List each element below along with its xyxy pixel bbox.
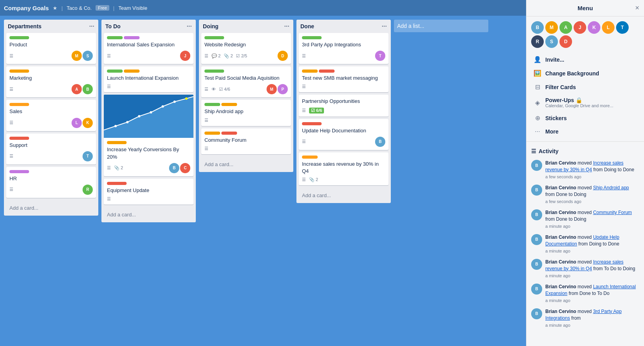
card-label	[107, 182, 127, 185]
star-icon[interactable]: ★	[53, 5, 57, 11]
card-avatars: BC	[169, 163, 190, 173]
card-title: Website Redesign	[204, 41, 288, 48]
card-launch-intl[interactable]: Launch International Expansion☰	[104, 66, 193, 92]
close-icon[interactable]: ×	[635, 4, 639, 12]
card-title: Increase Yearly Conversions By 20%	[107, 146, 190, 160]
card-label	[9, 103, 29, 106]
card-label	[204, 70, 224, 73]
card-title: Ship Android app	[204, 108, 288, 115]
avatar: K	[83, 118, 93, 128]
card-test-paid-social[interactable]: Test Paid Social Media Aquisition☰👁☑ 4/6…	[201, 66, 291, 97]
card-community-forum[interactable]: Community Forum☰	[201, 128, 291, 154]
card-title: Equipment Update	[107, 187, 190, 194]
svg-point-7	[173, 101, 176, 103]
card-product[interactable]: Product☰MS	[6, 33, 96, 64]
avatar: T	[375, 51, 385, 61]
menu-item-icon-invite: 👤	[534, 56, 541, 63]
menu-item-stickers[interactable]: ⊕Stickers	[530, 111, 641, 125]
activity-link[interactable]: Community Forum	[593, 210, 632, 215]
card-avatars: B	[375, 137, 385, 147]
activity-link[interactable]: Ship Android app	[593, 185, 629, 190]
board-title[interactable]: Company Goals	[4, 5, 49, 11]
card-label	[204, 132, 220, 135]
attachment-count: 📎 2	[114, 165, 123, 170]
workspace-name[interactable]: Taco & Co.	[67, 5, 92, 11]
card-title: Sales	[9, 108, 93, 115]
add-card-button[interactable]: Add a card...	[299, 190, 388, 201]
card-label	[204, 103, 220, 106]
add-list-button[interactable]: Add a list...	[394, 20, 488, 32]
add-card-button[interactable]: Add a card...	[6, 203, 96, 213]
menu-item-sub: Calendar, Google Drive and more...	[545, 103, 613, 108]
workspace-badge: Free	[96, 5, 109, 11]
card-footer: ☰📎 2	[302, 177, 385, 182]
card-sales[interactable]: Sales☰LK	[6, 100, 96, 131]
add-card-area: Add a card...	[296, 188, 391, 203]
checklist-count: ☑ 4/6	[219, 87, 230, 92]
card-increase-yearly[interactable]: Increase Yearly Conversions By 20%☰📎 2BC	[104, 95, 193, 176]
menu-avatars: BMAJKLTRSD	[526, 16, 644, 53]
list-title: Departments	[8, 23, 42, 29]
card-3rd-party[interactable]: 3rd Party App Integrations☰T	[299, 33, 388, 64]
card-partnership[interactable]: Partnership Opportunities☰☑ 6/6	[299, 95, 388, 116]
card-meta: ☰	[107, 84, 111, 89]
card-footer: ☰	[204, 118, 288, 123]
add-card-button[interactable]: Add a card...	[104, 209, 193, 220]
card-avatars: MP	[267, 84, 288, 94]
desc-icon: ☰	[302, 177, 306, 182]
card-ship-android[interactable]: Ship Android app☰	[201, 100, 291, 126]
card-labels	[107, 70, 190, 73]
card-footer: ☰	[302, 84, 385, 89]
menu-item-filter[interactable]: ⊟Filter Cards	[530, 80, 641, 94]
menu-header: Menu ×	[526, 0, 644, 16]
menu-item-power-ups[interactable]: ◈Power-Ups 🔒Calendar, Google Drive and m…	[530, 94, 641, 111]
card-footer: ☰T	[9, 151, 93, 161]
list-menu-icon[interactable]: ···	[284, 23, 289, 30]
avatar: R	[83, 185, 93, 195]
card-intl-sales[interactable]: International Sales Expansion☰J	[104, 33, 193, 64]
avatar: B	[531, 234, 542, 245]
list-menu-icon[interactable]: ···	[89, 23, 94, 30]
card-increase-revenue[interactable]: Increase sales revenue by 30% in Q4☰📎 2	[299, 152, 388, 185]
card-test-smb[interactable]: Test new SMB market messaging☰	[299, 66, 388, 92]
card-footer: ☰R	[9, 185, 93, 195]
avatar: B	[531, 259, 542, 270]
activity-text: Brian Cervino moved Ship Android app fro…	[545, 185, 639, 205]
card-update-help[interactable]: Update Help Documentation☰B	[299, 119, 388, 150]
desc-icon: ☰	[302, 108, 306, 113]
avatar: M	[72, 51, 82, 61]
menu-item-change-bg[interactable]: 🖼️Change Background	[530, 66, 641, 80]
card-labels	[9, 103, 93, 106]
card-footer: ☰MS	[9, 51, 93, 61]
card-meta: ☰	[9, 187, 13, 192]
avatar: R	[531, 35, 544, 48]
card-footer: ☰J	[107, 51, 190, 61]
list-todo: To Do···International Sales Expansion☰JL…	[101, 20, 196, 222]
card-meta: ☰	[9, 87, 13, 92]
checklist-badge: ☑ 6/6	[309, 108, 324, 114]
card-labels	[9, 170, 93, 173]
list-doing: Doing···Website Redesign☰💬 2📎 2☑ 2/5DTes…	[199, 20, 293, 172]
menu-item-invite[interactable]: 👤Invite...	[530, 53, 641, 66]
menu-item-more[interactable]: ···More	[530, 125, 641, 138]
team-name[interactable]: Team Visible	[118, 5, 147, 11]
desc-icon: ☰	[302, 84, 306, 89]
list-menu-icon[interactable]: ···	[187, 23, 192, 30]
avatar: K	[588, 21, 600, 34]
card-body: Increase Yearly Conversions By 20%☰📎 2BC	[104, 138, 193, 176]
card-equipment[interactable]: Equipment Update☰	[104, 179, 193, 205]
menu-item-label: More	[545, 128, 558, 135]
card-marketing[interactable]: Marketing☰AB	[6, 66, 96, 97]
avatar: B	[531, 284, 542, 295]
menu-item-label: Power-Ups 🔒	[545, 97, 613, 103]
card-avatars: D	[278, 51, 288, 61]
add-card-button[interactable]: Add a card...	[201, 159, 291, 170]
card-label	[302, 156, 318, 159]
card-website-redesign[interactable]: Website Redesign☰💬 2📎 2☑ 2/5D	[201, 33, 291, 64]
list-menu-icon[interactable]: ···	[382, 23, 387, 30]
list-title: Done	[300, 23, 314, 29]
card-footer: ☰B	[302, 137, 385, 147]
card-meta: ☰📎 2	[302, 177, 318, 182]
card-hr[interactable]: HR☰R	[6, 167, 96, 198]
card-support[interactable]: Support☰T	[6, 134, 96, 165]
